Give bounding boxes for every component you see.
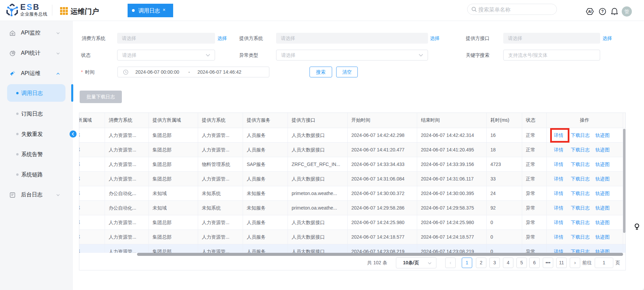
svg-text:AI: AI: [588, 9, 592, 14]
svg-text:?: ?: [601, 9, 603, 14]
